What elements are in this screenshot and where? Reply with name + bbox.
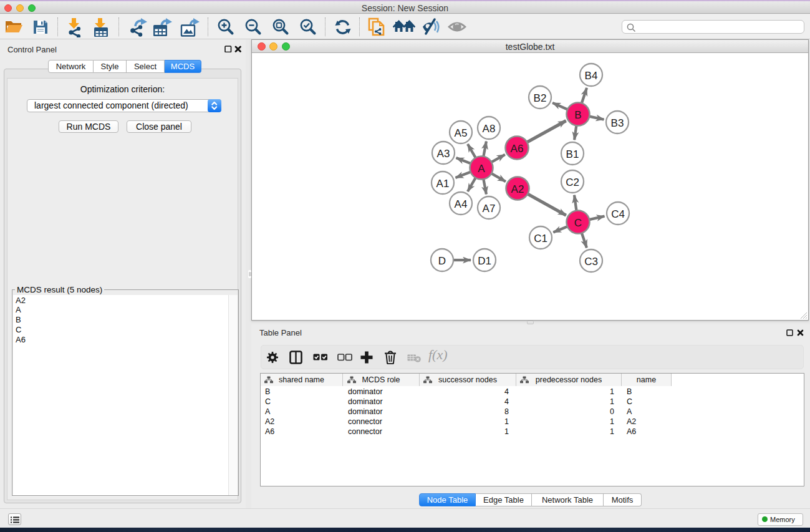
svg-text:C4: C4 bbox=[611, 208, 625, 220]
svg-text:A7: A7 bbox=[483, 203, 496, 215]
svg-text:C3: C3 bbox=[584, 256, 598, 268]
svg-text:B2: B2 bbox=[534, 92, 547, 104]
svg-text:A5: A5 bbox=[455, 127, 468, 139]
svg-text:A6: A6 bbox=[511, 143, 524, 155]
svg-text:C: C bbox=[574, 217, 582, 229]
svg-text:B3: B3 bbox=[611, 117, 624, 129]
svg-text:A2: A2 bbox=[511, 183, 524, 195]
svg-text:A1: A1 bbox=[436, 178, 450, 190]
svg-text:B4: B4 bbox=[585, 70, 598, 82]
svg-text:A4: A4 bbox=[455, 198, 468, 210]
svg-text:C2: C2 bbox=[566, 177, 579, 188]
svg-text:B: B bbox=[574, 109, 581, 121]
svg-text:A3: A3 bbox=[437, 148, 450, 160]
svg-text:B1: B1 bbox=[566, 148, 579, 160]
svg-text:D: D bbox=[438, 255, 446, 267]
svg-text:D1: D1 bbox=[478, 255, 491, 267]
svg-text:C1: C1 bbox=[534, 233, 547, 244]
svg-text:A8: A8 bbox=[483, 123, 496, 135]
svg-text:A: A bbox=[478, 163, 485, 175]
